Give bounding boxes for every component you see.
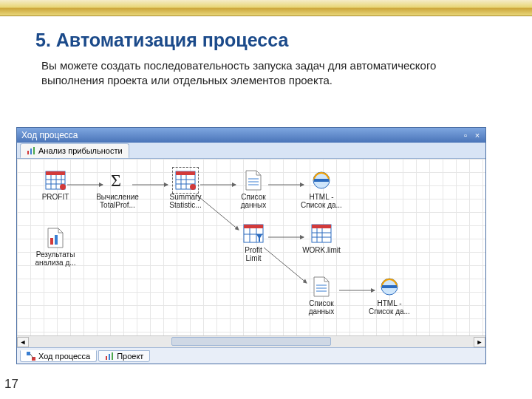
tab-process-flow-label: Ход процесса [38,352,90,361]
top-tabstrip: Анализ прибыльности [17,143,485,159]
svg-rect-35 [244,225,263,228]
node-html1-label: HTML -Список да... [295,193,348,209]
node-results-label: Результатыанализа д... [29,250,82,267]
tab-analysis-label: Анализ прибыльности [38,146,123,155]
document-icon [242,169,265,191]
node-worklimit-label: WORK.limit [295,246,348,254]
node-datalist2[interactable]: Списокданных [295,276,348,316]
close-icon[interactable]: × [472,130,482,140]
svg-text:Σ: Σ [111,171,121,190]
scroll-left-arrow-icon[interactable]: ◄ [17,337,29,347]
slide-description: Вы можете создать последовательность зап… [41,58,488,89]
process-flow-window: Ход процесса ▫ × Анализ прибыльности [16,127,486,364]
svg-point-18 [60,184,66,190]
window-title: Ход процесса [21,130,459,140]
sigma-icon: Σ [106,169,129,191]
node-html2[interactable]: HTML -Список да... [363,276,416,316]
window-titlebar[interactable]: Ход процесса ▫ × [17,128,485,143]
svg-rect-53 [106,356,107,360]
table-filter-icon [242,222,265,245]
document-icon [310,276,332,298]
ie-icon [378,276,400,298]
table-icon [44,169,66,191]
node-totalprof[interactable]: Σ ВычислениеTotalProf... [91,169,144,209]
ie-icon [310,169,332,191]
svg-rect-55 [112,352,113,360]
svg-rect-31 [314,179,329,182]
svg-rect-32 [50,238,53,245]
node-profitlim[interactable]: ProfitLimit [227,222,280,262]
bar-chart-icon [105,352,114,361]
node-datalist1-label: Списокданных [227,193,280,209]
scroll-thumb[interactable] [171,337,332,346]
tab-project[interactable]: Проект [98,350,150,362]
svg-rect-21 [176,171,195,175]
svg-rect-50 [27,352,30,355]
tab-project-label: Проект [117,352,143,361]
slide-decor-band [0,0,532,16]
pin-icon[interactable]: ▫ [460,130,471,140]
flow-icon [27,352,35,361]
tab-analysis[interactable]: Анализ прибыльности [20,143,129,158]
svg-rect-2 [33,147,35,154]
table-icon [310,222,332,245]
node-profitlim-label: ProfitLimit [227,246,280,262]
node-html2-label: HTML -Список да... [363,299,416,316]
node-summary-label: SummaryStatistic... [159,193,212,209]
table-icon [174,169,197,191]
node-profit[interactable]: PROFIT [29,169,82,201]
svg-rect-1 [30,149,32,154]
svg-rect-49 [382,285,397,288]
flow-canvas[interactable]: PROFIT Σ ВычислениеTotalProf... SummaryS… [17,159,485,335]
slide-heading: 5. Автоматизация процесса [35,30,532,51]
node-summary[interactable]: SummaryStatistic... [159,169,212,209]
bar-chart-icon [27,146,35,155]
slide-page-number: 17 [4,377,18,392]
node-worklimit[interactable]: WORK.limit [295,222,348,254]
node-results[interactable]: Результатыанализа д... [29,227,82,267]
svg-point-26 [190,184,196,190]
node-datalist2-label: Списокданных [295,299,348,316]
horizontal-scrollbar[interactable]: ◄ ► [17,335,485,347]
svg-rect-54 [109,354,110,360]
document-icon [44,227,66,249]
node-html1[interactable]: HTML -Список да... [295,169,348,209]
scroll-right-arrow-icon[interactable]: ► [474,337,485,347]
scroll-track[interactable] [29,337,474,347]
svg-rect-0 [27,151,29,154]
bottom-tabstrip: Ход процесса Проект [17,347,485,364]
node-datalist1[interactable]: Списокданных [227,169,280,209]
svg-rect-12 [46,171,65,175]
tab-process-flow[interactable]: Ход процесса [20,350,97,362]
svg-rect-33 [55,235,58,245]
node-totalprof-label: ВычислениеTotalProf... [91,193,144,209]
node-profit-label: PROFIT [29,193,82,201]
svg-rect-40 [312,225,331,228]
svg-rect-20 [176,171,195,189]
